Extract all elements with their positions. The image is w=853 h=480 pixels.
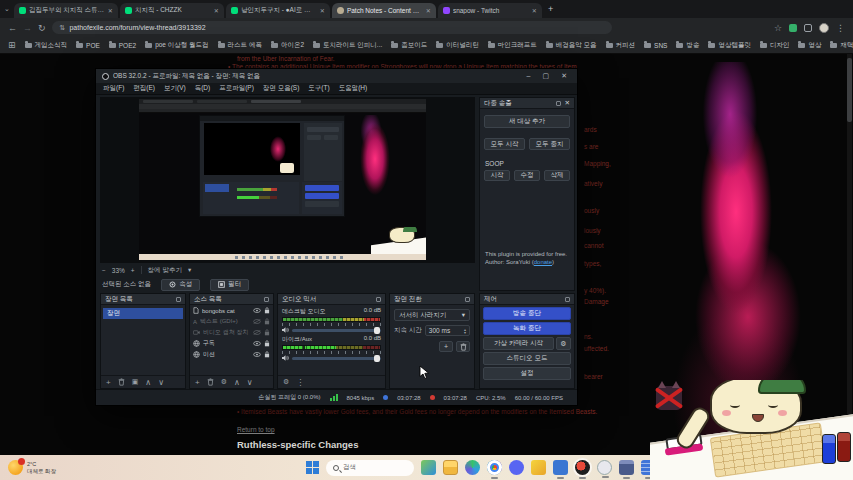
tab-close-icon[interactable]: ✕ xyxy=(426,7,431,14)
close-icon[interactable]: ✕ xyxy=(561,72,567,80)
bookmark-folder[interactable]: 아이온2 xyxy=(271,41,304,50)
source-row[interactable]: 구독 xyxy=(190,338,273,349)
slider-handle[interactable] xyxy=(374,327,380,334)
browser-tab[interactable]: snapow - Twitch ✕ xyxy=(438,3,542,18)
stop-streaming-button[interactable]: 방송 중단 xyxy=(483,307,571,320)
remove-scene-icon[interactable] xyxy=(118,378,125,386)
kakaotalk-icon[interactable] xyxy=(531,460,546,475)
browser-tab[interactable]: 치지직 - CHZZK ✕ xyxy=(120,3,224,18)
maximize-icon[interactable]: ▢ xyxy=(543,72,550,80)
bookmark-star-icon[interactable]: ☆ xyxy=(774,23,782,33)
dock-close-icon[interactable]: ✕ xyxy=(565,99,570,107)
source-row[interactable]: 비디오 캡쳐 장치 xyxy=(190,327,273,338)
return-to-top-link[interactable]: Return to top xyxy=(237,426,275,433)
calculator-icon[interactable] xyxy=(619,460,634,475)
photos-icon[interactable] xyxy=(421,460,436,475)
scene-item-selected[interactable]: 장면 xyxy=(103,308,183,319)
stop-all-button[interactable]: 모두 중지 xyxy=(529,138,570,150)
move-up-icon[interactable]: ∧ xyxy=(145,378,151,387)
source-row[interactable]: 미션 xyxy=(190,349,273,360)
tab-search-icon[interactable]: ⌄ xyxy=(4,5,10,13)
dock-pin-icon[interactable] xyxy=(176,297,181,302)
mixer-menu-icon[interactable]: ⋮ xyxy=(296,378,304,387)
fit-caret-icon[interactable]: ▾ xyxy=(188,266,191,274)
volume-slider[interactable] xyxy=(292,329,381,332)
edge-icon[interactable] xyxy=(465,460,480,475)
bookmark-folder[interactable]: 디자인 xyxy=(760,41,790,50)
bookmark-folder[interactable]: 재택알바 xyxy=(830,41,853,50)
file-explorer-icon[interactable] xyxy=(443,460,458,475)
menu-profile[interactable]: 프로파일(P) xyxy=(219,84,254,93)
bookmark-folder[interactable]: SNS xyxy=(644,42,667,49)
dock-pin-icon[interactable] xyxy=(565,297,570,302)
profile-avatar[interactable] xyxy=(819,23,829,33)
eye-icon[interactable] xyxy=(253,341,261,346)
mixer-settings-icon[interactable]: ⚙ xyxy=(283,378,289,386)
bookmark-folder[interactable]: 토치라이트 인피니... xyxy=(313,41,382,50)
virtual-camera-settings-icon[interactable]: ⚙ xyxy=(556,337,571,350)
source-row[interactable]: bongobs cat xyxy=(190,305,273,316)
bookmark-folder[interactable]: 커피션 xyxy=(606,41,636,50)
properties-button[interactable]: 속성 xyxy=(161,279,200,291)
color-picker-icon[interactable] xyxy=(597,460,612,475)
site-info-icon[interactable]: ⇅ xyxy=(60,24,66,32)
scene-filters-icon[interactable]: ▣ xyxy=(132,378,139,386)
dock-pin-icon[interactable] xyxy=(376,297,381,302)
bookmark-folder[interactable]: 라스트 에폭 xyxy=(218,41,262,50)
studio-mode-button[interactable]: 스튜디오 모드 xyxy=(483,352,571,365)
speaker-icon[interactable] xyxy=(282,327,289,333)
target-start-button[interactable]: 시작 xyxy=(484,170,510,181)
tab-close-icon[interactable]: ✕ xyxy=(320,7,325,14)
bookmark-folder[interactable]: 게임소식직 xyxy=(25,41,68,50)
bookmark-folder[interactable]: 영상 xyxy=(798,41,821,50)
remove-source-icon[interactable] xyxy=(207,378,214,386)
minimize-icon[interactable]: – xyxy=(527,72,531,80)
pen-tool-icon[interactable] xyxy=(575,460,590,475)
menu-help[interactable]: 도움말(H) xyxy=(339,84,368,93)
forward-icon[interactable]: → xyxy=(23,23,32,33)
bookmark-folder[interactable]: 좀보이드 xyxy=(391,41,427,50)
spin-down-icon[interactable]: ▾ xyxy=(464,331,466,334)
slider-handle[interactable] xyxy=(374,355,380,362)
move-up-icon[interactable]: ∧ xyxy=(234,378,240,387)
duration-input[interactable]: 300 ms ▴▾ xyxy=(425,325,470,336)
settings-button[interactable]: 설정 xyxy=(483,367,571,380)
url-bar[interactable]: ⇅ pathofexile.com/forum/view-thread/3913… xyxy=(52,21,612,34)
discord-icon[interactable] xyxy=(509,460,524,475)
browser-menu-icon[interactable]: ⋮ xyxy=(836,23,845,33)
bookmark-folder[interactable]: POE2 xyxy=(109,42,136,49)
menu-scene-collection[interactable]: 장면 모음(S) xyxy=(263,84,299,93)
target-edit-button[interactable]: 수정 xyxy=(514,170,540,181)
zoom-out-icon[interactable]: − xyxy=(102,267,106,274)
fit-to-window-label[interactable]: 창에 맞추기 xyxy=(148,266,182,275)
weather-widget[interactable]: 2°C 대체로 화창 xyxy=(0,460,56,475)
stop-recording-button[interactable]: 녹화 중단 xyxy=(483,322,571,335)
eye-off-icon[interactable] xyxy=(253,319,261,324)
dock-pin-icon[interactable] xyxy=(556,101,561,106)
eye-off-icon[interactable] xyxy=(253,330,261,335)
bookmark-folder[interactable]: POE xyxy=(76,42,100,49)
lock-icon[interactable] xyxy=(264,307,270,314)
lock-icon[interactable] xyxy=(264,351,270,358)
menu-docks[interactable]: 독(D) xyxy=(195,84,211,93)
browser-tab[interactable]: 낭인지두구지 - ●AI로 개발?! ✕ xyxy=(226,3,330,18)
eye-icon[interactable] xyxy=(253,352,261,357)
start-button[interactable] xyxy=(306,461,319,474)
target-delete-button[interactable]: 삭제 xyxy=(544,170,570,181)
refresh-icon[interactable]: ↻ xyxy=(38,23,46,33)
transition-select[interactable]: 서서히 사라지기 ▾ xyxy=(394,309,470,321)
source-row[interactable]: A 텍스트 (GDI+) xyxy=(190,316,273,327)
tab-close-icon[interactable]: ✕ xyxy=(214,7,219,14)
browser-tab-active[interactable]: Patch Notes - Content Updat… ✕ xyxy=(332,3,436,18)
extensions-menu-icon[interactable] xyxy=(804,24,812,32)
zoom-in-icon[interactable]: + xyxy=(131,267,135,274)
menu-tools[interactable]: 도구(T) xyxy=(308,84,329,93)
chrome-icon[interactable] xyxy=(487,460,502,475)
donate-link[interactable]: donate xyxy=(534,259,552,265)
menu-file[interactable]: 파일(F) xyxy=(103,84,124,93)
bookmark-folder[interactable]: 방송 xyxy=(676,41,699,50)
menu-view[interactable]: 보기(V) xyxy=(164,84,186,93)
taskbar-search[interactable]: 검색 xyxy=(326,460,414,476)
move-down-icon[interactable]: ∨ xyxy=(158,378,164,387)
virtual-camera-button[interactable]: 가상 카메라 시작 xyxy=(483,337,554,350)
